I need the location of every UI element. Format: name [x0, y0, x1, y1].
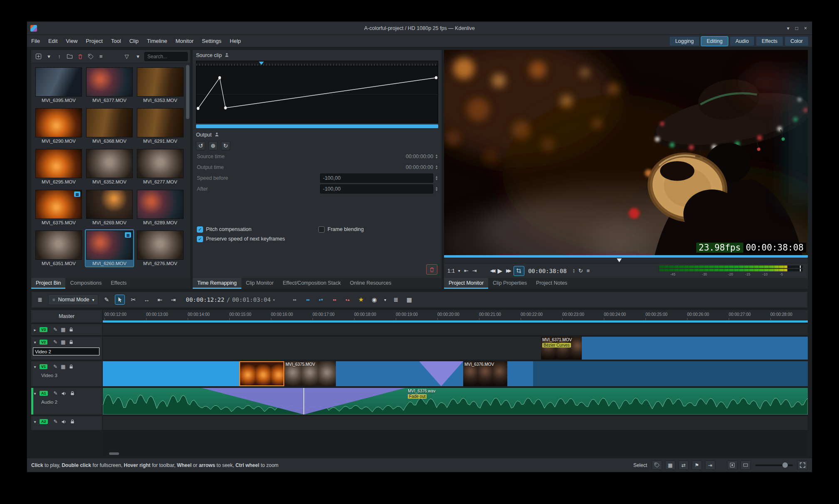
zoom-fit-icon[interactable]	[727, 460, 737, 470]
monitor-menu-icon[interactable]: ≡	[587, 268, 590, 274]
workspace-logging[interactable]: Logging	[669, 36, 700, 46]
bin-clip[interactable]: MVI_6368.MOV	[85, 107, 134, 144]
menu-timeline[interactable]: Timeline	[143, 35, 171, 47]
track-thumbnails-icon[interactable]: ▦	[61, 339, 65, 345]
bin-clip[interactable]: MVI_6269.MOV	[85, 189, 134, 226]
video-viewport[interactable]: 23.98fps 00:00:38:08	[444, 50, 808, 255]
chevron-right-icon[interactable]: ▸	[32, 328, 38, 332]
slip-tool-icon[interactable]: ⇤	[155, 295, 165, 305]
curve-ruler[interactable]	[196, 61, 438, 66]
bin-clip[interactable]: MVI_6276.MOV	[136, 230, 184, 267]
menu-file[interactable]: File	[27, 35, 44, 47]
timeline-timecode[interactable]: 00:00:12:22 / 00:01:03:04 ▾	[186, 296, 275, 303]
loop-icon[interactable]: ↻	[578, 268, 583, 274]
filter-icon[interactable]: ▽	[122, 52, 132, 61]
timeline-clip[interactable]: MVI_6375.MOV	[284, 361, 336, 386]
bin-menu-icon[interactable]: ≡	[96, 52, 106, 61]
bin-clip[interactable]: MVI_6277.MOV	[136, 148, 184, 185]
zoom-slider[interactable]	[755, 464, 793, 466]
bin-clip[interactable]: ▦MVI_6260.MOV	[85, 230, 134, 267]
mix-clips-icon[interactable]: ●●	[289, 295, 299, 305]
razor-tool-icon[interactable]: ✎	[102, 295, 112, 305]
checkbox[interactable]: ✓	[197, 226, 203, 233]
bin-clip[interactable]: MVI_6353.MOV	[136, 67, 184, 104]
titlebar[interactable]: A-colorful-project / HD 1080p 25 fps — K…	[27, 22, 812, 35]
track-thumbnails-icon[interactable]: ▦	[61, 364, 65, 370]
chevron-down-icon[interactable]: ▾	[44, 52, 54, 61]
bin-clip[interactable]: MVI_6395.MOV	[35, 67, 83, 104]
edit-track-icon[interactable]: ✎	[54, 419, 58, 425]
menu-settings[interactable]: Settings	[198, 35, 226, 47]
remap-curve-editor[interactable]	[196, 61, 438, 123]
show-tags-icon[interactable]	[652, 460, 662, 470]
timeline-clip[interactable]	[533, 361, 808, 386]
track-thumbnails-icon[interactable]: ▦	[61, 327, 65, 333]
timeline-tracks-area[interactable]: 00:00:12:0000:00:13:0000:00:14:0000:00:1…	[103, 310, 808, 456]
timeline-clip[interactable]	[336, 361, 419, 386]
mute-track-icon[interactable]	[61, 391, 67, 396]
menu-edit[interactable]: Edit	[44, 35, 62, 47]
timeline-clip[interactable]: MVI_6371.MOV Bézier Curves	[541, 337, 808, 360]
spinner-icon[interactable]: ▴▾	[436, 186, 437, 191]
audio-clip[interactable]: MVI_6376.wav Fade out	[103, 388, 808, 415]
bin-clip[interactable]: MVI_6377.MOV	[85, 67, 134, 104]
menu-view[interactable]: View	[62, 35, 82, 47]
spinner-icon[interactable]: ▴▾	[436, 176, 437, 181]
parent-folder-icon[interactable]: ↑	[55, 52, 64, 61]
bin-clip[interactable]: MVI_6291.MOV	[136, 107, 184, 144]
next-keyframe-icon[interactable]: ↻	[221, 141, 230, 150]
search-input[interactable]	[144, 52, 188, 61]
menu-project[interactable]: Project	[82, 35, 107, 47]
master-button[interactable]: Master	[31, 310, 102, 323]
zone-mode-icon[interactable]	[514, 266, 524, 276]
bin-clip[interactable]: MVI_6290.MOV	[35, 107, 83, 144]
track-tag-v2[interactable]: V2	[40, 340, 47, 345]
menu-help[interactable]: Help	[226, 35, 245, 47]
video-thumbnails-icon[interactable]: ▦	[665, 460, 675, 470]
ruler-zoombar[interactable]	[103, 320, 808, 323]
mute-track-icon[interactable]	[61, 419, 67, 425]
previous-keyframe-icon[interactable]: ↺	[196, 141, 205, 150]
maximize-icon[interactable]: □	[795, 25, 798, 31]
track-header-a1[interactable]: ▾A1✎Audio 2	[31, 388, 102, 415]
track-tag-a2[interactable]: A2	[40, 419, 48, 424]
edit-track-icon[interactable]: ✎	[53, 339, 57, 345]
field-input[interactable]: -100,00	[320, 184, 433, 194]
add-keyframe-icon[interactable]: ⊕	[209, 141, 218, 150]
track-settings-icon[interactable]: ≣	[35, 295, 45, 305]
workspace-editing[interactable]: Editing	[701, 36, 728, 46]
ripple-tool-icon[interactable]: ⇥	[168, 295, 178, 305]
chevron-down-icon[interactable]: ▾	[32, 420, 38, 424]
workspace-effects[interactable]: Effects	[756, 36, 783, 46]
tab-clip-properties[interactable]: Clip Properties	[488, 278, 531, 289]
workspace-audio[interactable]: Audio	[730, 36, 755, 46]
filter-chevron-icon[interactable]: ▾	[133, 52, 143, 61]
monitor-timecode[interactable]: 00:00:38:08	[528, 268, 567, 274]
zoom-slider-handle[interactable]	[782, 462, 788, 468]
edit-track-icon[interactable]: ✎	[53, 327, 57, 333]
menu-clip[interactable]: Clip	[125, 35, 143, 47]
checkbox-pitch-compensation[interactable]: ✓Pitch compensation	[197, 226, 318, 233]
edit-track-icon[interactable]: ✎	[54, 390, 58, 396]
track-header-v2[interactable]: ▾V2✎▦	[31, 337, 102, 360]
insert-zone-icon[interactable]: ●●	[303, 295, 313, 305]
forward-icon[interactable]: ▶▶	[506, 268, 510, 273]
track-v3-content[interactable]	[103, 324, 808, 335]
workspace-color[interactable]: Color	[784, 36, 809, 46]
extract-zone-icon[interactable]: ●●	[329, 295, 339, 305]
timeline-clip[interactable]: MVI_6376.MOV	[463, 361, 507, 386]
bin-scrollbar[interactable]	[186, 63, 189, 278]
track-tag-a1[interactable]: A1	[40, 391, 48, 396]
favorite-effects-icon[interactable]: ★	[356, 295, 366, 305]
lock-track-icon[interactable]	[69, 327, 74, 332]
track-a1-content[interactable]: MVI_6376.wav Fade out	[103, 388, 808, 415]
spacer-tool-icon[interactable]: ↔	[141, 295, 151, 305]
track-tag-v1[interactable]: V1	[40, 364, 47, 369]
zone-end-icon[interactable]: ⇥	[472, 268, 477, 274]
track-tag-v3[interactable]: V3	[40, 327, 47, 332]
close-icon[interactable]: ×	[804, 25, 807, 31]
timeline-clip[interactable]	[507, 361, 533, 386]
tab-compositions[interactable]: Compositions	[65, 278, 106, 289]
fullscreen-icon[interactable]	[797, 460, 808, 470]
show-markers-icon[interactable]: ⚑	[692, 460, 702, 470]
